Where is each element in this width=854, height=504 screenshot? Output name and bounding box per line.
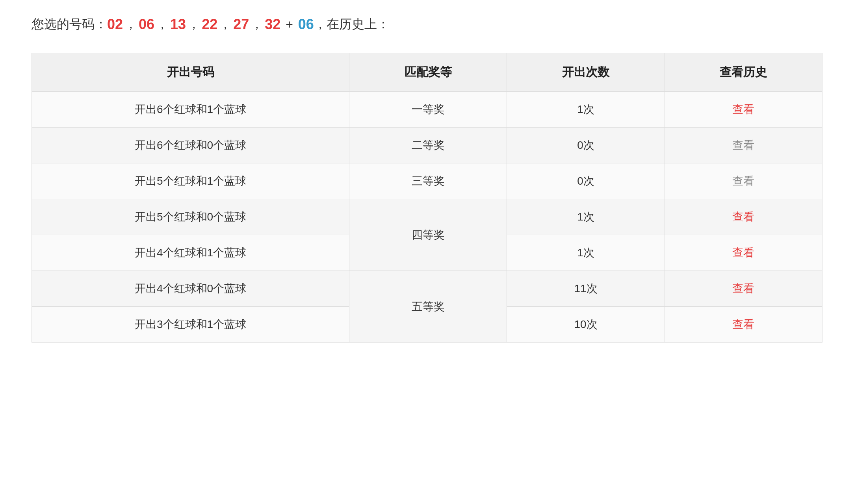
table-row: 开出6个红球和1个蓝球 一等奖 1次 查看 bbox=[32, 92, 822, 128]
cell-description: 开出6个红球和1个蓝球 bbox=[32, 92, 349, 128]
cell-count: 0次 bbox=[507, 163, 665, 199]
cell-prize: 二等奖 bbox=[349, 128, 507, 163]
cell-prize: 五等奖 bbox=[349, 271, 507, 343]
num-red-6: 32 bbox=[265, 16, 280, 33]
num-red-1: 02 bbox=[107, 16, 123, 33]
cell-link[interactable]: 查看 bbox=[665, 271, 822, 307]
cell-description: 开出6个红球和0个蓝球 bbox=[32, 128, 349, 163]
cell-description: 开出3个红球和1个蓝球 bbox=[32, 307, 349, 343]
num-red-4: 22 bbox=[202, 16, 217, 33]
header-suffix: ，在历史上： bbox=[314, 16, 390, 33]
view-link[interactable]: 查看 bbox=[732, 103, 754, 115]
cell-count: 0次 bbox=[507, 128, 665, 163]
col-header-description: 开出号码 bbox=[32, 53, 349, 92]
cell-link[interactable]: 查看 bbox=[665, 163, 822, 199]
cell-description: 开出5个红球和0个蓝球 bbox=[32, 199, 349, 235]
cell-count: 1次 bbox=[507, 199, 665, 235]
cell-description: 开出5个红球和1个蓝球 bbox=[32, 163, 349, 199]
header-line: 您选的号码： 02 ， 06 ， 13 ， 22 ， 27 ， 32 + 06 … bbox=[32, 16, 822, 33]
view-link[interactable]: 查看 bbox=[732, 211, 754, 223]
cell-link[interactable]: 查看 bbox=[665, 92, 822, 128]
view-link[interactable]: 查看 bbox=[732, 318, 754, 330]
cell-prize: 四等奖 bbox=[349, 199, 507, 271]
num-red-3: 13 bbox=[170, 16, 186, 33]
col-header-count: 开出次数 bbox=[507, 53, 665, 92]
cell-prize: 三等奖 bbox=[349, 163, 507, 199]
cell-count: 11次 bbox=[507, 271, 665, 307]
cell-description: 开出4个红球和1个蓝球 bbox=[32, 235, 349, 271]
view-link[interactable]: 查看 bbox=[732, 282, 754, 295]
cell-link[interactable]: 查看 bbox=[665, 235, 822, 271]
view-link[interactable]: 查看 bbox=[732, 139, 754, 151]
view-link[interactable]: 查看 bbox=[732, 175, 754, 187]
table-row: 开出4个红球和0个蓝球 五等奖 11次 查看 bbox=[32, 271, 822, 307]
cell-count: 1次 bbox=[507, 235, 665, 271]
num-red-2: 06 bbox=[139, 16, 154, 33]
table-header-row: 开出号码 匹配奖等 开出次数 查看历史 bbox=[32, 53, 822, 92]
cell-link[interactable]: 查看 bbox=[665, 199, 822, 235]
num-blue-1: 06 bbox=[298, 16, 314, 33]
lottery-table: 开出号码 匹配奖等 开出次数 查看历史 开出6个红球和1个蓝球 一等奖 1次 查… bbox=[32, 53, 822, 343]
col-header-prize: 匹配奖等 bbox=[349, 53, 507, 92]
cell-description: 开出4个红球和0个蓝球 bbox=[32, 271, 349, 307]
view-link[interactable]: 查看 bbox=[732, 246, 754, 259]
cell-link[interactable]: 查看 bbox=[665, 307, 822, 343]
col-header-history: 查看历史 bbox=[665, 53, 822, 92]
cell-count: 1次 bbox=[507, 92, 665, 128]
cell-count: 10次 bbox=[507, 307, 665, 343]
num-red-5: 27 bbox=[233, 16, 249, 33]
header-prefix: 您选的号码： bbox=[32, 16, 107, 33]
table-row: 开出5个红球和1个蓝球 三等奖 0次 查看 bbox=[32, 163, 822, 199]
cell-prize: 一等奖 bbox=[349, 92, 507, 128]
cell-link[interactable]: 查看 bbox=[665, 128, 822, 163]
table-row: 开出5个红球和0个蓝球 四等奖 1次 查看 bbox=[32, 199, 822, 235]
table-row: 开出6个红球和0个蓝球 二等奖 0次 查看 bbox=[32, 128, 822, 163]
